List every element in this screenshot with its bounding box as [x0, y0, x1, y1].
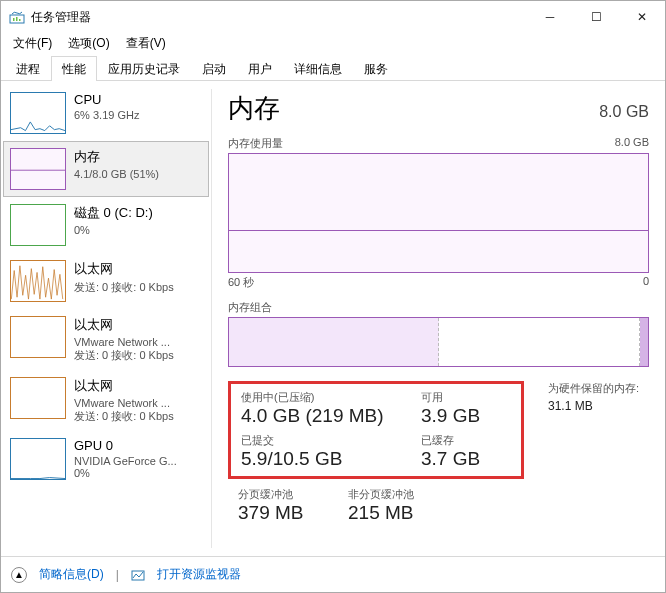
- committed-value: 5.9/10.5 GB: [241, 448, 411, 470]
- bottombar: ▲ 简略信息(D) | 打开资源监视器: [1, 556, 665, 592]
- eth2-sub2: 发送: 0 接收: 0 Kbps: [74, 409, 174, 424]
- memory-usage-chart: [228, 153, 649, 273]
- gpu-name: GPU 0: [74, 438, 177, 453]
- sidebar-item-ethernet-0[interactable]: 以太网 发送: 0 接收: 0 Kbps: [3, 253, 209, 309]
- detail-title: 内存: [228, 91, 280, 126]
- tab-users[interactable]: 用户: [237, 56, 283, 81]
- tab-startup[interactable]: 启动: [191, 56, 237, 81]
- combo-label: 内存组合: [228, 300, 272, 315]
- minimize-button[interactable]: ─: [527, 1, 573, 33]
- resource-monitor-icon: [131, 568, 145, 582]
- in-use-value: 4.0 GB (219 MB): [241, 405, 411, 427]
- titlebar: 任务管理器 ─ ☐ ✕: [1, 1, 665, 33]
- gpu-thumb: [10, 438, 66, 480]
- menubar: 文件(F) 选项(O) 查看(V): [1, 33, 665, 55]
- eth1-sub2: 发送: 0 接收: 0 Kbps: [74, 348, 174, 363]
- available-label: 可用: [421, 390, 511, 405]
- sidebar-item-ethernet-2[interactable]: 以太网 VMware Network ... 发送: 0 接收: 0 Kbps: [3, 370, 209, 431]
- usage-label: 内存使用量: [228, 136, 283, 151]
- highlighted-stats: 使用中(已压缩) 4.0 GB (219 MB) 可用 3.9 GB 已提交 5…: [228, 381, 524, 479]
- gpu-sub1: NVIDIA GeForce G...: [74, 455, 177, 467]
- nonpaged-value: 215 MB: [348, 502, 468, 524]
- time-axis-left: 60 秒: [228, 275, 254, 290]
- eth0-name: 以太网: [74, 260, 174, 278]
- tab-performance[interactable]: 性能: [51, 56, 97, 81]
- eth0-thumb: [10, 260, 66, 302]
- reserved-label: 为硬件保留的内存:: [548, 381, 639, 396]
- close-button[interactable]: ✕: [619, 1, 665, 33]
- gpu-sub2: 0%: [74, 467, 177, 479]
- eth1-name: 以太网: [74, 316, 174, 334]
- sidebar-item-gpu[interactable]: GPU 0 NVIDIA GeForce G... 0%: [3, 431, 209, 487]
- eth2-sub1: VMware Network ...: [74, 397, 174, 409]
- window-title: 任务管理器: [31, 9, 527, 26]
- memory-sub: 4.1/8.0 GB (51%): [74, 168, 159, 180]
- paged-label: 分页缓冲池: [238, 487, 338, 502]
- tab-services[interactable]: 服务: [353, 56, 399, 81]
- cpu-thumb: [10, 92, 66, 134]
- fewer-details-link[interactable]: 简略信息(D): [39, 566, 104, 583]
- eth2-name: 以太网: [74, 377, 174, 395]
- eth1-thumb: [10, 316, 66, 358]
- sidebar-item-memory[interactable]: 内存 4.1/8.0 GB (51%): [3, 141, 209, 197]
- menu-view[interactable]: 查看(V): [118, 33, 174, 55]
- svg-rect-1: [13, 18, 15, 21]
- reserved-value: 31.1 MB: [548, 399, 593, 413]
- chevron-up-icon[interactable]: ▲: [11, 567, 27, 583]
- memory-composition-chart: [228, 317, 649, 367]
- svg-rect-2: [16, 17, 18, 21]
- open-resource-monitor-link[interactable]: 打开资源监视器: [157, 566, 241, 583]
- sidebar: CPU 6% 3.19 GHz 内存 4.1/8.0 GB (51%) 磁盘 0…: [1, 81, 211, 556]
- content-area: CPU 6% 3.19 GHz 内存 4.1/8.0 GB (51%) 磁盘 0…: [1, 81, 665, 556]
- cpu-name: CPU: [74, 92, 139, 107]
- available-value: 3.9 GB: [421, 405, 511, 427]
- sidebar-item-ethernet-1[interactable]: 以太网 VMware Network ... 发送: 0 接收: 0 Kbps: [3, 309, 209, 370]
- disk-thumb: [10, 204, 66, 246]
- cached-label: 已缓存: [421, 433, 511, 448]
- eth1-sub1: VMware Network ...: [74, 336, 174, 348]
- eth2-thumb: [10, 377, 66, 419]
- tab-processes[interactable]: 进程: [5, 56, 51, 81]
- detail-panel: 内存 8.0 GB 内存使用量 8.0 GB 60 秒 0 内存组合 使用中(已…: [212, 81, 665, 556]
- detail-total: 8.0 GB: [599, 103, 649, 121]
- svg-rect-3: [19, 19, 21, 21]
- tabs-bar: 进程 性能 应用历史记录 启动 用户 详细信息 服务: [1, 55, 665, 81]
- sidebar-item-cpu[interactable]: CPU 6% 3.19 GHz: [3, 85, 209, 141]
- tab-details[interactable]: 详细信息: [283, 56, 353, 81]
- usage-max: 8.0 GB: [615, 136, 649, 151]
- time-axis-right: 0: [643, 275, 649, 290]
- disk-name: 磁盘 0 (C: D:): [74, 204, 153, 222]
- cpu-sub: 6% 3.19 GHz: [74, 109, 139, 121]
- paged-value: 379 MB: [238, 502, 338, 524]
- menu-options[interactable]: 选项(O): [60, 33, 117, 55]
- memory-thumb: [10, 148, 66, 190]
- sidebar-item-disk[interactable]: 磁盘 0 (C: D:) 0%: [3, 197, 209, 253]
- app-icon: [9, 9, 25, 25]
- in-use-label: 使用中(已压缩): [241, 390, 411, 405]
- menu-file[interactable]: 文件(F): [5, 33, 60, 55]
- committed-label: 已提交: [241, 433, 411, 448]
- disk-sub: 0%: [74, 224, 153, 236]
- maximize-button[interactable]: ☐: [573, 1, 619, 33]
- nonpaged-label: 非分页缓冲池: [348, 487, 468, 502]
- eth0-sub: 发送: 0 接收: 0 Kbps: [74, 280, 174, 295]
- cached-value: 3.7 GB: [421, 448, 511, 470]
- memory-name: 内存: [74, 148, 159, 166]
- tab-history[interactable]: 应用历史记录: [97, 56, 191, 81]
